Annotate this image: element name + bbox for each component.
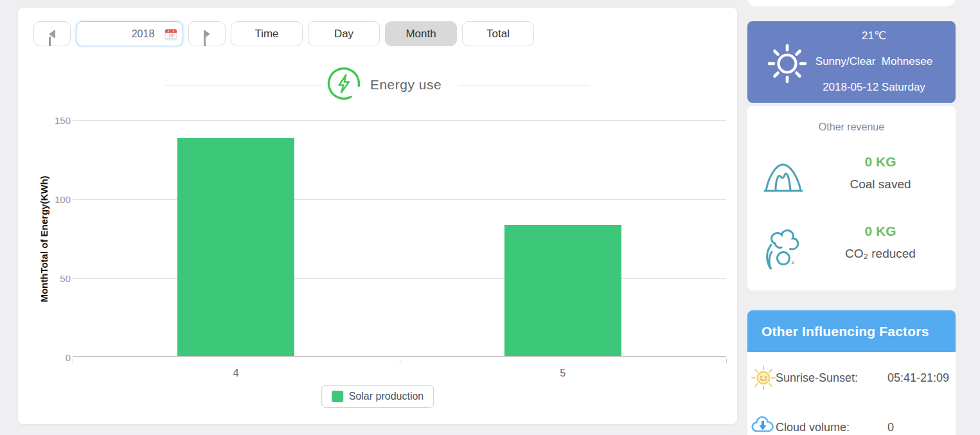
- sidebar-card-cut-top: [747, 0, 956, 6]
- previous-year-button[interactable]: [33, 21, 71, 46]
- svg-text:12: 12: [168, 33, 174, 38]
- sunrise-sunset-row: Sunrise-Sunset: 05:41-21:09: [747, 364, 956, 393]
- cloud-volume-value: 0: [887, 421, 894, 434]
- title-divider-left: [165, 85, 321, 85]
- calendar-icon[interactable]: 12: [165, 28, 177, 43]
- y-tick-100: 100: [31, 194, 71, 205]
- chart-legend[interactable]: Solar production: [321, 385, 434, 408]
- chart-xlabels: 45: [73, 368, 726, 382]
- gridline-50: [73, 278, 726, 279]
- other-revenue-card: Other revenue 0 KG Coal saved: [747, 106, 956, 290]
- range-button-total[interactable]: Total: [462, 21, 534, 46]
- sun-emoji-icon: [751, 365, 776, 393]
- other-influencing-factors-card: Other Influencing Factors Sunrise-Sunset…: [747, 310, 956, 435]
- x-tick-5: 5: [560, 368, 566, 379]
- energy-chart-panel: 12 Time Day Month Total Energy use Month…: [18, 8, 737, 424]
- sunrise-sunset-value: 05:41-21:09: [887, 371, 949, 385]
- weather-text-block: 21℃ Sunny/Clear Mohnesee 2018-05-12 Satu…: [794, 23, 954, 100]
- range-button-time[interactable]: Time: [231, 21, 303, 46]
- x-axis-tick-mark: [726, 359, 727, 363]
- legend-swatch-solar: [332, 391, 343, 402]
- weather-card: 21℃ Sunny/Clear Mohnesee 2018-05-12 Satu…: [747, 21, 956, 103]
- gridline-100: [73, 199, 726, 200]
- gridline-150: [73, 120, 726, 121]
- y-tick-150: 150: [31, 115, 71, 126]
- chart-plot: [73, 120, 726, 357]
- sunrise-sunset-label: Sunrise-Sunset:: [776, 371, 858, 385]
- co2-cloud-icon: ₂: [762, 226, 804, 277]
- energy-bolt-icon: [326, 66, 361, 103]
- factors-header: Other Influencing Factors: [747, 310, 956, 352]
- title-divider-right: [458, 85, 590, 85]
- range-button-month[interactable]: Month: [385, 21, 457, 46]
- other-revenue-title: Other revenue: [747, 121, 956, 133]
- bar-month-4[interactable]: [177, 138, 294, 356]
- chart-title-row: Energy use: [18, 67, 737, 103]
- chart-title: Energy use: [370, 77, 441, 93]
- year-picker[interactable]: 12: [76, 21, 183, 46]
- coal-saved-value: 0 KG: [812, 152, 949, 172]
- range-button-day[interactable]: Day: [308, 21, 380, 46]
- co2-reduced-label: CO₂ reduced: [812, 244, 949, 263]
- y-tick-0: 0: [31, 352, 71, 363]
- cloud-volume-label: Cloud volume:: [776, 421, 850, 434]
- cloud-volume-row: Cloud volume: 0: [747, 413, 956, 435]
- x-axis-tick-mark: [400, 359, 400, 363]
- weather-condition-location: Sunny/Clear Mohnesee: [794, 49, 954, 75]
- co2-reduced-value: 0 KG: [812, 222, 949, 241]
- chart-ylabels: 050100150: [31, 120, 71, 357]
- skip-previous-icon: [49, 30, 55, 39]
- svg-text:₂: ₂: [791, 258, 794, 265]
- coal-saved-label: Coal saved: [812, 175, 949, 194]
- chart-toolbar: 12 Time Day Month Total: [33, 21, 534, 46]
- cloud-download-icon: [751, 414, 775, 435]
- weather-temperature: 21℃: [794, 23, 954, 49]
- coal-mountain-icon: [762, 156, 805, 201]
- bar-month-5[interactable]: [504, 225, 621, 356]
- y-tick-50: 50: [31, 273, 71, 284]
- legend-label-solar: Solar production: [349, 391, 424, 402]
- year-input[interactable]: [76, 28, 218, 40]
- weather-date: 2018-05-12 Saturday: [794, 75, 954, 100]
- x-axis-tick-mark: [73, 359, 73, 363]
- x-tick-4: 4: [233, 368, 239, 379]
